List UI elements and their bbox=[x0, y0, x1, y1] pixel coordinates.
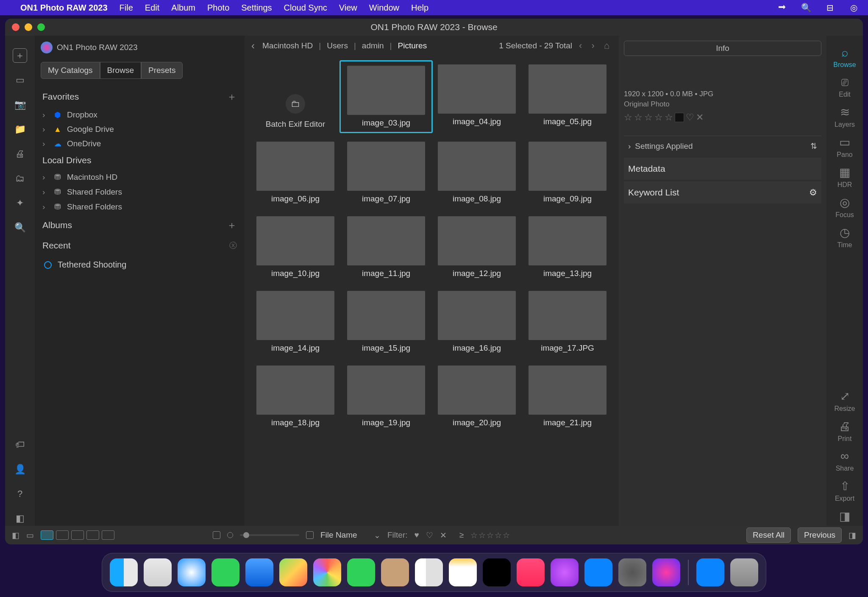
grid-view-icon[interactable] bbox=[41, 530, 53, 540]
thumbnail[interactable]: image_04.jpg bbox=[434, 64, 519, 129]
breadcrumb-current[interactable]: Pictures bbox=[398, 41, 427, 50]
map-view-icon[interactable] bbox=[102, 530, 114, 540]
panel-toggle-left-icon[interactable]: ◧ bbox=[13, 511, 27, 526]
dock-launchpad-icon[interactable] bbox=[144, 558, 172, 586]
tool-time[interactable]: ◷Time bbox=[826, 223, 863, 251]
dock-mail-icon[interactable] bbox=[245, 558, 273, 586]
dock-contacts-icon[interactable] bbox=[381, 558, 409, 586]
help-icon[interactable]: ? bbox=[13, 487, 27, 501]
tool-pano[interactable]: ▭Pano bbox=[826, 133, 863, 161]
user-icon[interactable]: 👤 bbox=[13, 462, 27, 477]
dock-safari-icon[interactable] bbox=[178, 558, 206, 586]
gear-icon[interactable]: ⚙ bbox=[809, 187, 817, 198]
tool-share[interactable]: ∞Share bbox=[826, 447, 863, 475]
dock-trash-icon[interactable] bbox=[730, 558, 758, 586]
thumbnail[interactable]: image_07.jpg bbox=[344, 142, 428, 204]
panel-toggle-icon[interactable]: ◨ bbox=[849, 530, 856, 540]
menu-window[interactable]: Window bbox=[369, 3, 399, 13]
dock-photos-icon[interactable] bbox=[313, 558, 341, 586]
breadcrumb-part[interactable]: Users bbox=[327, 41, 348, 50]
thumbnail[interactable]: image_15.jpg bbox=[344, 291, 428, 353]
stack-icon[interactable]: 🗂 bbox=[13, 171, 27, 186]
minimize-window-button[interactable] bbox=[25, 23, 32, 31]
filter-reject-icon[interactable]: ✕ bbox=[440, 530, 447, 540]
thumbnail[interactable]: image_19.jpg bbox=[344, 365, 428, 427]
color-label-box[interactable] bbox=[675, 113, 684, 122]
thumbnail[interactable]: image_17.JPG bbox=[525, 291, 610, 353]
survey-view-icon[interactable] bbox=[86, 530, 99, 540]
sidebar-item-google-drive[interactable]: › ▲ Google Drive bbox=[35, 122, 245, 137]
add-album-icon[interactable]: ＋ bbox=[227, 218, 237, 232]
batch-exif-editor-folder[interactable]: 🗀 Batch Exif Editor bbox=[253, 64, 338, 129]
siri-icon[interactable]: ◎ bbox=[848, 3, 860, 13]
prev-image-icon[interactable]: ‹ bbox=[579, 40, 582, 51]
tethered-shooting-button[interactable]: Tethered Shooting bbox=[35, 255, 245, 275]
sidebar-item-dropbox[interactable]: › ⬢ Dropbox bbox=[35, 108, 245, 122]
thumbnail[interactable]: image_08.jpg bbox=[434, 142, 519, 204]
thumbnail[interactable]: image_09.jpg bbox=[525, 142, 610, 204]
add-button-icon[interactable]: ＋ bbox=[13, 48, 27, 63]
tool-layers[interactable]: ≋Layers bbox=[826, 103, 863, 131]
tool-focus[interactable]: ◎Focus bbox=[826, 193, 863, 221]
lightbulb-icon[interactable]: ✦ bbox=[13, 196, 27, 210]
tool-print[interactable]: 🖨Print bbox=[826, 417, 863, 445]
rating-row[interactable]: ☆☆☆☆☆ ♡ ✕ bbox=[624, 112, 821, 123]
settings-applied-row[interactable]: › Settings Applied ⇅ bbox=[624, 136, 821, 156]
detail-view-icon[interactable] bbox=[56, 530, 69, 540]
tool-edit[interactable]: ⎚Edit bbox=[826, 73, 863, 101]
filter-gte-icon[interactable]: ≥ bbox=[459, 530, 464, 540]
thumbnail[interactable]: image_12.jpg bbox=[434, 216, 519, 278]
filter-stars[interactable]: ☆☆☆☆☆ bbox=[470, 530, 511, 540]
thumbnail-size-slider[interactable] bbox=[240, 534, 299, 536]
local-drives-header[interactable]: Local Drives bbox=[35, 151, 245, 170]
camera-icon[interactable]: 📷 bbox=[13, 98, 27, 112]
star-icon[interactable]: ☆ bbox=[634, 112, 643, 123]
thumbnail[interactable]: image_16.jpg bbox=[434, 291, 519, 353]
filter-like-icon[interactable]: ♥ bbox=[415, 530, 419, 540]
star-icon[interactable]: ☆ bbox=[644, 112, 653, 123]
reject-icon[interactable]: ✕ bbox=[696, 112, 704, 123]
tab-browse[interactable]: Browse bbox=[100, 62, 141, 79]
search-icon[interactable]: 🔍 bbox=[13, 220, 27, 235]
dock-podcasts-icon[interactable] bbox=[551, 558, 579, 586]
reset-all-button[interactable]: Reset All bbox=[746, 527, 791, 543]
menu-settings[interactable]: Settings bbox=[241, 3, 272, 13]
menu-photo[interactable]: Photo bbox=[207, 3, 229, 13]
folder-up-icon[interactable]: ⌂ bbox=[604, 40, 609, 51]
dock-on1-icon[interactable] bbox=[652, 558, 680, 586]
info-panel-header[interactable]: Info bbox=[624, 41, 821, 56]
panel-toggle-right-icon[interactable]: ◨ bbox=[826, 507, 863, 526]
menubar-app-name[interactable]: ON1 Photo RAW 2023 bbox=[20, 3, 108, 13]
recent-header[interactable]: Recent ⓧ bbox=[35, 236, 245, 255]
control-center-icon[interactable]: ⊟ bbox=[824, 3, 836, 13]
thumbnail[interactable]: image_20.jpg bbox=[434, 365, 519, 427]
close-window-button[interactable] bbox=[12, 23, 19, 31]
sort-checkbox[interactable] bbox=[306, 531, 314, 539]
tool-resize[interactable]: ⤢Resize bbox=[826, 387, 863, 415]
like-icon[interactable]: ♡ bbox=[686, 112, 694, 123]
compare-view-icon[interactable] bbox=[71, 530, 84, 540]
thumbnail[interactable]: image_21.jpg bbox=[525, 365, 610, 427]
dock-reminders-icon[interactable] bbox=[415, 558, 443, 586]
thumbnail[interactable]: image_03.jpg bbox=[339, 60, 433, 133]
thumbnail[interactable]: image_11.jpg bbox=[344, 216, 428, 278]
import-folder-icon[interactable]: 📁 bbox=[13, 122, 27, 137]
dock-finder-icon[interactable] bbox=[110, 558, 138, 586]
dock-music-icon[interactable] bbox=[517, 558, 545, 586]
next-image-icon[interactable]: › bbox=[591, 40, 594, 51]
maximize-window-button[interactable] bbox=[37, 23, 45, 31]
spotlight-icon[interactable]: 🔍 bbox=[800, 3, 812, 13]
chevron-down-icon[interactable]: ⌄ bbox=[374, 530, 381, 540]
tag-icon[interactable]: 🏷 bbox=[13, 438, 27, 452]
dock-notes-icon[interactable] bbox=[449, 558, 477, 586]
back-button-icon[interactable]: ‹ bbox=[251, 40, 255, 52]
sidebar-item-shared-folders[interactable]: › ⛃ Shared Folders bbox=[35, 184, 245, 199]
sidebar-item-onedrive[interactable]: › ☁ OneDrive bbox=[35, 137, 245, 151]
dock-settings-icon[interactable] bbox=[618, 558, 646, 586]
menu-album[interactable]: Album bbox=[171, 3, 195, 13]
thumbnail[interactable]: image_06.jpg bbox=[253, 142, 338, 204]
screen-icon[interactable]: ▭ bbox=[13, 73, 27, 87]
clear-recent-icon[interactable]: ⓧ bbox=[229, 240, 237, 251]
dock-messages-icon[interactable] bbox=[211, 558, 239, 586]
thumbnail[interactable]: image_05.jpg bbox=[525, 64, 610, 129]
